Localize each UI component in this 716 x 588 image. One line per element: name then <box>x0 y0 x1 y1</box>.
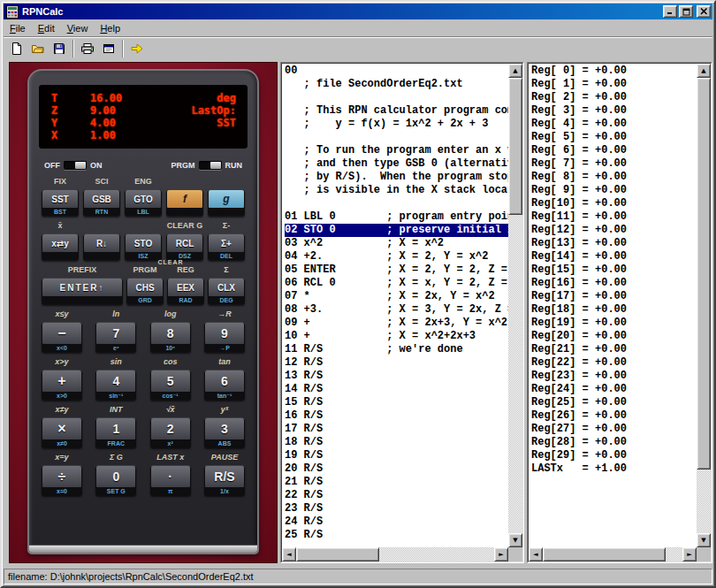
new-document-button[interactable] <box>6 39 27 58</box>
calc-key[interactable]: 1 FRAC <box>95 417 136 447</box>
register-line[interactable]: Reg[ 0] = +0.00 <box>531 65 697 78</box>
close-button[interactable] <box>697 5 711 18</box>
program-line[interactable]: ; To run the program enter an x value <box>285 144 508 157</box>
register-line[interactable]: Reg[11] = +0.00 <box>531 210 697 224</box>
scroll-track[interactable] <box>697 78 711 533</box>
program-line[interactable]: 03 x^2 ; X = x^2 <box>285 237 508 250</box>
register-line[interactable]: Reg[ 5] = +0.00 <box>531 131 697 144</box>
scroll-down-button[interactable]: ▼ <box>508 533 522 547</box>
calc-key[interactable]: 9 →P <box>204 322 245 352</box>
calc-key[interactable]: R↓ <box>83 233 120 260</box>
run-program-button[interactable] <box>126 39 147 58</box>
prgm-run-switch[interactable]: PRGM RUN <box>171 161 243 170</box>
maximize-button[interactable] <box>679 5 693 18</box>
program-line[interactable]: 08 +3. ; X = 3, Y = 2x, Z = x^2 <box>285 303 508 317</box>
program-line[interactable] <box>285 197 508 210</box>
calc-key[interactable]: · π <box>150 465 191 495</box>
register-line[interactable]: Reg[27] = +0.00 <box>531 423 697 436</box>
scroll-right-button[interactable]: ► <box>682 547 697 561</box>
scroll-right-button[interactable]: ► <box>494 547 508 561</box>
program-line[interactable]: ; file SecondOrderEq2.txt <box>285 78 508 91</box>
program-line[interactable]: 00 <box>285 65 508 78</box>
scroll-up-button[interactable]: ▲ <box>697 64 711 78</box>
register-line[interactable]: Reg[23] = +0.00 <box>531 370 697 383</box>
register-line[interactable]: Reg[ 3] = +0.00 <box>531 104 697 118</box>
program-line[interactable]: 10 + ; X = x^2+2x+3 <box>285 330 508 343</box>
scroll-track[interactable] <box>508 78 522 533</box>
calc-key[interactable]: 5 cos⁻¹ <box>150 370 191 400</box>
program-line[interactable]: 01 LBL 0 ; program entry point <box>285 210 508 224</box>
save-button[interactable] <box>49 39 69 58</box>
menu-item[interactable]: Help <box>94 21 126 36</box>
program-line[interactable]: 22 R/S <box>285 489 508 502</box>
scroll-up-button[interactable]: ▲ <box>508 64 522 78</box>
program-line[interactable] <box>285 131 508 144</box>
register-line[interactable]: Reg[21] = +0.00 <box>531 343 697 356</box>
program-line[interactable]: ; y = f(x) = 1x^2 + 2x + 3 <box>285 118 508 131</box>
menu-item[interactable]: View <box>61 21 95 36</box>
register-line[interactable]: Reg[ 8] = +0.00 <box>531 171 697 184</box>
calc-key[interactable]: + x>0 <box>42 370 82 400</box>
program-line[interactable]: 24 R/S <box>285 515 508 529</box>
scroll-down-button[interactable]: ▼ <box>697 533 711 547</box>
calc-key[interactable]: CLX DEG <box>208 278 245 304</box>
program-line[interactable]: ; is visible in the X stack location. <box>285 184 508 197</box>
program-line[interactable]: 05 ENTER ; X = 2, Y = 2, Z = x^2 <box>285 263 508 277</box>
minimize-button[interactable] <box>663 5 677 18</box>
program-line[interactable]: 19 R/S <box>285 449 508 462</box>
calc-key[interactable]: 8 10ˣ <box>150 322 191 352</box>
program-hscrollbar[interactable]: ◄ ► <box>282 547 508 561</box>
power-switch-slot[interactable] <box>64 161 87 170</box>
menu-item[interactable]: File <box>4 21 32 36</box>
open-file-button[interactable] <box>27 39 48 58</box>
program-line[interactable]: 02 STO 0 ; preserve initial x <box>285 224 508 237</box>
power-switch[interactable]: OFF ON <box>44 161 103 170</box>
register-line[interactable]: Reg[18] = +0.00 <box>531 303 697 317</box>
program-line[interactable]: 06 RCL 0 ; X = x, Y = 2, Z = 2, T = x^2 <box>285 277 508 290</box>
register-line[interactable]: Reg[19] = +0.00 <box>531 317 697 330</box>
register-line[interactable]: Reg[25] = +0.00 <box>531 396 697 409</box>
scroll-left-button[interactable]: ◄ <box>282 547 296 561</box>
program-listing[interactable]: 00 ; file SecondOrderEq2.txt ; This RPN … <box>282 64 508 547</box>
register-line[interactable]: Reg[ 9] = +0.00 <box>531 184 697 197</box>
scroll-track[interactable] <box>296 547 494 561</box>
program-line[interactable]: 16 R/S <box>285 409 508 423</box>
properties-button[interactable] <box>98 39 118 58</box>
calc-key[interactable]: GSB RTN <box>83 189 120 216</box>
register-line[interactable]: Reg[28] = +0.00 <box>531 436 697 449</box>
calc-key[interactable]: ÷ x=0 <box>42 465 82 495</box>
register-line[interactable]: Reg[20] = +0.00 <box>531 330 697 343</box>
register-line[interactable]: LASTx = +1.00 <box>531 462 697 476</box>
scroll-thumb[interactable] <box>296 547 379 561</box>
register-line[interactable]: Reg[ 2] = +0.00 <box>531 91 697 104</box>
register-line[interactable]: Reg[ 1] = +0.00 <box>531 78 697 91</box>
register-line[interactable]: Reg[ 6] = +0.00 <box>531 144 697 157</box>
program-line[interactable]: 25 R/S <box>285 529 508 542</box>
calc-key[interactable]: f <box>166 189 203 216</box>
register-line[interactable]: Reg[24] = +0.00 <box>531 383 697 396</box>
register-line[interactable]: Reg[16] = +0.00 <box>531 277 697 290</box>
program-line[interactable]: 17 R/S <box>285 423 508 436</box>
calc-key[interactable]: STO ISZ <box>125 233 162 260</box>
calc-key[interactable]: ENTER↑ <box>42 278 123 304</box>
calc-key[interactable]: SST BST <box>42 189 79 216</box>
register-line[interactable]: Reg[ 4] = +0.00 <box>531 118 697 131</box>
calc-key[interactable]: 6 tan⁻¹ <box>204 370 245 400</box>
register-line[interactable]: Reg[13] = +0.00 <box>531 237 697 250</box>
calc-key[interactable]: EEX RAD <box>167 278 204 304</box>
register-line[interactable]: Reg[26] = +0.00 <box>531 409 697 423</box>
print-button[interactable] <box>77 39 97 58</box>
calc-key[interactable]: 0 SET G <box>95 465 136 495</box>
register-line[interactable]: Reg[ 7] = +0.00 <box>531 157 697 171</box>
register-hscrollbar[interactable]: ◄ ► <box>529 547 697 561</box>
scroll-thumb[interactable] <box>508 78 522 215</box>
register-line[interactable]: Reg[22] = +0.00 <box>531 356 697 370</box>
menu-item[interactable]: Edit <box>32 21 61 36</box>
program-vscrollbar[interactable]: ▲ ▼ <box>508 64 522 547</box>
calc-key[interactable]: Σ+ DEL <box>208 233 245 260</box>
scroll-left-button[interactable]: ◄ <box>529 547 543 561</box>
program-line[interactable]: 04 +2. ; X = 2, Y = x^2 <box>285 250 508 263</box>
calc-key[interactable]: CHS GRD <box>126 278 164 304</box>
register-line[interactable]: Reg[15] = +0.00 <box>531 263 697 277</box>
program-line[interactable]: 18 R/S <box>285 436 508 449</box>
